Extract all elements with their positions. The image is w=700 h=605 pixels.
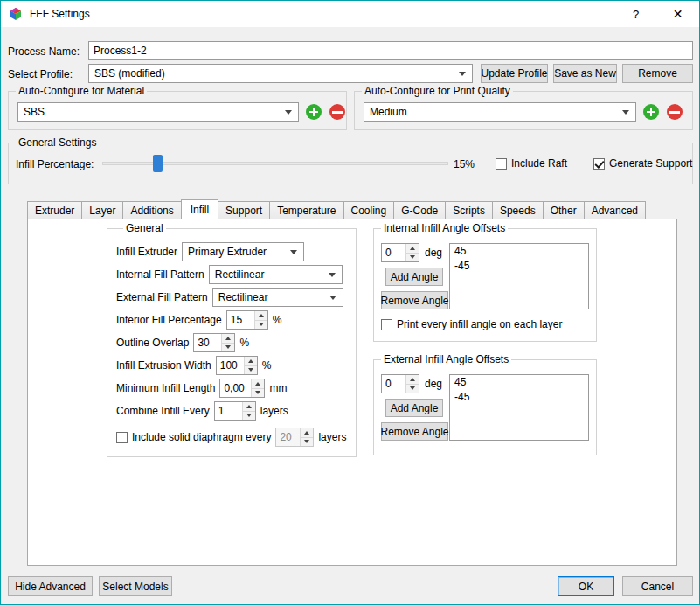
tab-temperature[interactable]: Temperature: [269, 201, 343, 219]
external-remove-angle-button[interactable]: Remove Angle: [381, 422, 448, 441]
internal-pattern-label: Internal Fill Pattern: [116, 268, 204, 281]
tab-speeds[interactable]: Speeds: [492, 201, 544, 219]
list-item[interactable]: 45: [450, 244, 588, 259]
outline-overlap-unit: %: [239, 337, 249, 349]
internal-angle-unit: deg: [425, 247, 442, 259]
tab-other[interactable]: Other: [543, 201, 585, 219]
infill-extruder-value: Primary Extruder: [188, 246, 267, 258]
add-material-icon[interactable]: [306, 104, 322, 120]
chevron-down-icon: [329, 273, 336, 277]
process-name-input[interactable]: [88, 41, 693, 60]
checkbox-icon[interactable]: [381, 319, 392, 330]
auto-quality-group: Auto-Configure for Print Quality Medium: [354, 91, 693, 130]
external-pattern-dropdown[interactable]: Rectilinear: [212, 288, 343, 307]
combine-infill-label: Combine Infill Every: [116, 405, 210, 417]
spin-arrows-icon: [300, 428, 313, 446]
checkbox-icon[interactable]: [496, 158, 507, 170]
add-quality-icon[interactable]: [643, 104, 659, 120]
tab-infill[interactable]: Infill: [181, 199, 218, 219]
remove-quality-icon[interactable]: [667, 104, 683, 120]
list-item[interactable]: -45: [450, 390, 588, 405]
spin-arrows-icon[interactable]: [405, 244, 419, 261]
tab-extruder[interactable]: Extruder: [27, 201, 82, 219]
spin-value: 15: [227, 311, 254, 329]
tab-scripts[interactable]: Scripts: [445, 201, 493, 219]
tab-support[interactable]: Support: [218, 201, 270, 219]
close-icon[interactable]: ✕: [658, 1, 697, 27]
external-offsets-title: External Infill Angle Offsets: [381, 353, 511, 366]
infill-extruder-dropdown[interactable]: Primary Extruder: [182, 242, 304, 261]
tab-additions[interactable]: Additions: [122, 201, 181, 219]
generate-support-checkbox[interactable]: Generate Support: [593, 157, 692, 170]
internal-pattern-dropdown[interactable]: Rectilinear: [209, 265, 343, 284]
internal-pattern-value: Rectilinear: [215, 268, 265, 281]
min-infill-length-label: Minimum Infill Length: [116, 382, 215, 394]
update-profile-button[interactable]: Update Profile: [481, 64, 548, 83]
infill-slider-handle[interactable]: [153, 155, 163, 172]
external-add-angle-button[interactable]: Add Angle: [385, 399, 443, 417]
tab-gcode[interactable]: G-Code: [393, 201, 446, 219]
min-infill-length-spinner[interactable]: 0,00: [219, 379, 265, 398]
infill-general-group: General Infill Extruder Primary Extruder…: [107, 228, 357, 457]
title-bar: FFF Settings ? ✕: [1, 1, 699, 27]
profile-value: SBS (modified): [94, 67, 165, 80]
quality-dropdown[interactable]: Medium: [364, 102, 636, 122]
outline-overlap-spinner[interactable]: 30: [193, 333, 235, 352]
infill-general-title: General: [123, 222, 166, 235]
spin-value: 1: [215, 402, 242, 420]
auto-quality-title: Auto-Configure for Print Quality: [362, 85, 513, 98]
spin-value: 0: [382, 375, 405, 393]
general-settings-title: General Settings: [16, 136, 99, 150]
spin-arrows-icon[interactable]: [221, 334, 234, 351]
internal-offsets-title: Internal Infill Angle Offsets: [381, 222, 508, 235]
save-as-new-button[interactable]: Save as New: [553, 64, 617, 83]
tab-layer[interactable]: Layer: [81, 201, 123, 219]
combine-infill-spinner[interactable]: 1: [214, 401, 256, 421]
spin-value: 0: [382, 244, 405, 261]
diaphragm-label: Include solid diaphragm every: [132, 431, 271, 443]
quality-value: Medium: [370, 106, 407, 118]
material-dropdown[interactable]: SBS: [17, 102, 299, 122]
include-raft-label: Include Raft: [511, 157, 567, 170]
tab-advanced[interactable]: Advanced: [584, 201, 646, 219]
spin-arrows-icon[interactable]: [242, 402, 255, 420]
external-angle-unit: deg: [425, 378, 442, 390]
tab-cooling[interactable]: Cooling: [343, 201, 395, 219]
remove-material-icon[interactable]: [329, 104, 345, 120]
ok-button[interactable]: OK: [558, 576, 614, 596]
help-button[interactable]: ?: [616, 1, 655, 27]
interior-fill-spinner[interactable]: 15: [226, 310, 268, 330]
spin-value: 0,00: [220, 379, 251, 397]
spin-arrows-icon[interactable]: [254, 311, 267, 329]
general-settings-group: General Settings Infill Percentage: 15% …: [8, 143, 693, 184]
extrusion-width-unit: %: [262, 359, 272, 372]
outline-overlap-label: Outline Overlap: [116, 337, 189, 349]
chevron-down-icon: [459, 72, 466, 76]
checkbox-icon[interactable]: [593, 158, 605, 170]
internal-angle-spinner[interactable]: 0: [381, 243, 419, 262]
diaphragm-checkbox[interactable]: [116, 432, 128, 443]
print-every-angle-checkbox[interactable]: Print every infill angle on each layer: [381, 318, 562, 330]
remove-profile-button[interactable]: Remove: [622, 64, 693, 83]
hide-advanced-button[interactable]: Hide Advanced: [8, 576, 93, 596]
extrusion-width-label: Infill Extrusion Width: [116, 359, 211, 372]
spin-value: 20: [276, 428, 300, 446]
internal-angle-list[interactable]: 45 -45: [449, 243, 589, 309]
internal-add-angle-button[interactable]: Add Angle: [385, 268, 443, 286]
spin-arrows-icon[interactable]: [405, 375, 419, 393]
infill-tab-panel: General Infill Extruder Primary Extruder…: [27, 219, 677, 566]
include-raft-checkbox[interactable]: Include Raft: [496, 157, 567, 170]
cancel-button[interactable]: Cancel: [622, 576, 693, 596]
external-angle-list[interactable]: 45 -45: [449, 374, 589, 441]
list-item[interactable]: 45: [450, 375, 588, 390]
external-angle-spinner[interactable]: 0: [381, 374, 419, 393]
select-models-button[interactable]: Select Models: [99, 576, 172, 596]
list-item[interactable]: -45: [450, 259, 588, 274]
chevron-down-icon: [285, 110, 292, 115]
extrusion-width-spinner[interactable]: 100: [216, 356, 258, 375]
print-every-angle-label: Print every infill angle on each layer: [397, 318, 562, 330]
internal-remove-angle-button[interactable]: Remove Angle: [381, 291, 448, 309]
spin-arrows-icon[interactable]: [244, 357, 257, 374]
profile-dropdown[interactable]: SBS (modified): [88, 64, 473, 83]
spin-arrows-icon[interactable]: [251, 379, 264, 397]
